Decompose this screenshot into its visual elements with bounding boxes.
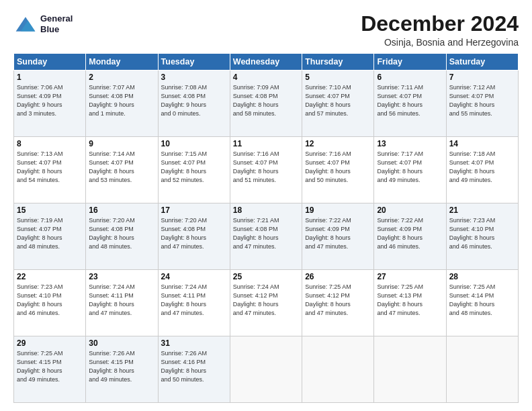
day-number: 26 [305,272,371,281]
day-number: 23 [89,272,154,281]
calendar-cell: 30Sunrise: 7:26 AM Sunset: 4:15 PM Dayli… [86,336,158,403]
day-number: 8 [17,139,83,148]
day-number: 28 [449,272,515,281]
calendar-subtitle: Osinja, Bosnia and Herzegovina [361,37,519,48]
calendar-cell: 27Sunrise: 7:25 AM Sunset: 4:13 PM Dayli… [374,270,446,336]
day-info: Sunrise: 7:25 AM Sunset: 4:15 PM Dayligh… [17,349,83,384]
calendar-cell: 28Sunrise: 7:25 AM Sunset: 4:14 PM Dayli… [446,270,518,336]
day-number: 2 [89,73,154,82]
day-info: Sunrise: 7:13 AM Sunset: 4:07 PM Dayligh… [17,150,83,185]
calendar-cell: 5Sunrise: 7:10 AM Sunset: 4:07 PM Daylig… [302,71,374,137]
day-number: 24 [161,272,227,281]
header-day-tuesday: Tuesday [158,54,230,71]
day-info: Sunrise: 7:12 AM Sunset: 4:07 PM Dayligh… [449,83,515,118]
calendar-cell: 1Sunrise: 7:06 AM Sunset: 4:09 PM Daylig… [14,71,86,137]
calendar-cell: 6Sunrise: 7:11 AM Sunset: 4:07 PM Daylig… [374,71,446,137]
day-info: Sunrise: 7:24 AM Sunset: 4:11 PM Dayligh… [89,283,154,318]
day-number: 6 [377,73,443,82]
calendar-cell: 23Sunrise: 7:24 AM Sunset: 4:11 PM Dayli… [86,270,158,336]
calendar-cell: 31Sunrise: 7:26 AM Sunset: 4:16 PM Dayli… [158,336,230,403]
day-number: 4 [233,73,299,82]
calendar-cell: 15Sunrise: 7:19 AM Sunset: 4:07 PM Dayli… [14,203,86,270]
day-number: 5 [305,73,371,82]
day-info: Sunrise: 7:23 AM Sunset: 4:10 PM Dayligh… [17,283,83,318]
day-info: Sunrise: 7:25 AM Sunset: 4:13 PM Dayligh… [377,283,443,318]
week-row-5: 29Sunrise: 7:25 AM Sunset: 4:15 PM Dayli… [14,336,519,403]
calendar-table: SundayMondayTuesdayWednesdayThursdayFrid… [13,53,519,403]
calendar-cell: 26Sunrise: 7:25 AM Sunset: 4:12 PM Dayli… [302,270,374,336]
calendar-cell: 21Sunrise: 7:23 AM Sunset: 4:10 PM Dayli… [446,203,518,270]
calendar-cell: 9Sunrise: 7:14 AM Sunset: 4:07 PM Daylig… [86,137,158,203]
calendar-cell: 10Sunrise: 7:15 AM Sunset: 4:07 PM Dayli… [158,137,230,203]
day-info: Sunrise: 7:16 AM Sunset: 4:07 PM Dayligh… [305,150,371,185]
calendar-cell: 4Sunrise: 7:09 AM Sunset: 4:08 PM Daylig… [230,71,302,137]
day-number: 12 [305,139,371,148]
week-row-1: 1Sunrise: 7:06 AM Sunset: 4:09 PM Daylig… [14,71,519,137]
calendar-cell: 17Sunrise: 7:20 AM Sunset: 4:08 PM Dayli… [158,203,230,270]
day-info: Sunrise: 7:10 AM Sunset: 4:07 PM Dayligh… [305,83,371,118]
calendar-cell: 20Sunrise: 7:22 AM Sunset: 4:09 PM Dayli… [374,203,446,270]
day-number: 27 [377,272,443,281]
day-number: 15 [17,205,83,215]
day-info: Sunrise: 7:22 AM Sunset: 4:09 PM Dayligh… [305,216,371,251]
header-day-wednesday: Wednesday [230,54,302,71]
day-number: 3 [161,73,227,82]
calendar-cell: 19Sunrise: 7:22 AM Sunset: 4:09 PM Dayli… [302,203,374,270]
calendar-cell: 11Sunrise: 7:16 AM Sunset: 4:07 PM Dayli… [230,137,302,203]
day-info: Sunrise: 7:25 AM Sunset: 4:12 PM Dayligh… [305,283,371,318]
calendar-cell: 13Sunrise: 7:17 AM Sunset: 4:07 PM Dayli… [374,137,446,203]
calendar-cell: 24Sunrise: 7:24 AM Sunset: 4:11 PM Dayli… [158,270,230,336]
calendar-cell: 14Sunrise: 7:18 AM Sunset: 4:07 PM Dayli… [446,137,518,203]
week-row-4: 22Sunrise: 7:23 AM Sunset: 4:10 PM Dayli… [14,270,519,336]
calendar-body: 1Sunrise: 7:06 AM Sunset: 4:09 PM Daylig… [14,71,519,403]
header: General Blue December 2024 Osinja, Bosni… [13,12,519,48]
calendar-cell: 8Sunrise: 7:13 AM Sunset: 4:07 PM Daylig… [14,137,86,203]
day-number: 1 [17,73,83,82]
calendar-cell: 12Sunrise: 7:16 AM Sunset: 4:07 PM Dayli… [302,137,374,203]
calendar-cell [446,336,518,403]
day-info: Sunrise: 7:23 AM Sunset: 4:10 PM Dayligh… [449,216,515,251]
day-info: Sunrise: 7:24 AM Sunset: 4:11 PM Dayligh… [161,283,227,318]
day-info: Sunrise: 7:07 AM Sunset: 4:08 PM Dayligh… [89,83,154,118]
logo: General Blue [13,12,73,36]
day-number: 10 [161,139,227,148]
day-number: 11 [233,139,299,148]
day-info: Sunrise: 7:24 AM Sunset: 4:12 PM Dayligh… [233,283,299,318]
logo-text: General Blue [40,13,73,34]
day-info: Sunrise: 7:20 AM Sunset: 4:08 PM Dayligh… [161,216,227,251]
day-info: Sunrise: 7:08 AM Sunset: 4:08 PM Dayligh… [161,83,227,118]
day-info: Sunrise: 7:06 AM Sunset: 4:09 PM Dayligh… [17,83,83,118]
day-number: 29 [17,338,83,348]
calendar-cell [374,336,446,403]
day-info: Sunrise: 7:22 AM Sunset: 4:09 PM Dayligh… [377,216,443,251]
header-day-thursday: Thursday [302,54,374,71]
header-day-friday: Friday [374,54,446,71]
calendar-cell: 2Sunrise: 7:07 AM Sunset: 4:08 PM Daylig… [86,71,158,137]
day-number: 20 [377,205,443,215]
calendar-cell [302,336,374,403]
day-info: Sunrise: 7:15 AM Sunset: 4:07 PM Dayligh… [161,150,227,185]
day-info: Sunrise: 7:26 AM Sunset: 4:15 PM Dayligh… [89,349,154,384]
day-info: Sunrise: 7:21 AM Sunset: 4:08 PM Dayligh… [233,216,299,251]
logo-icon [13,12,38,36]
calendar-cell: 25Sunrise: 7:24 AM Sunset: 4:12 PM Dayli… [230,270,302,336]
day-info: Sunrise: 7:19 AM Sunset: 4:07 PM Dayligh… [17,216,83,251]
day-info: Sunrise: 7:26 AM Sunset: 4:16 PM Dayligh… [161,349,227,384]
day-number: 14 [449,139,515,148]
day-number: 7 [449,73,515,82]
day-info: Sunrise: 7:16 AM Sunset: 4:07 PM Dayligh… [233,150,299,185]
calendar-cell: 18Sunrise: 7:21 AM Sunset: 4:08 PM Dayli… [230,203,302,270]
week-row-2: 8Sunrise: 7:13 AM Sunset: 4:07 PM Daylig… [14,137,519,203]
calendar-cell: 16Sunrise: 7:20 AM Sunset: 4:08 PM Dayli… [86,203,158,270]
day-number: 19 [305,205,371,215]
day-info: Sunrise: 7:14 AM Sunset: 4:07 PM Dayligh… [89,150,154,185]
title-block: December 2024 Osinja, Bosnia and Herzego… [361,12,519,48]
day-info: Sunrise: 7:25 AM Sunset: 4:14 PM Dayligh… [449,283,515,318]
day-info: Sunrise: 7:17 AM Sunset: 4:07 PM Dayligh… [377,150,443,185]
day-info: Sunrise: 7:11 AM Sunset: 4:07 PM Dayligh… [377,83,443,118]
calendar-header-row: SundayMondayTuesdayWednesdayThursdayFrid… [14,54,519,71]
day-number: 18 [233,205,299,215]
calendar-cell [230,336,302,403]
day-number: 13 [377,139,443,148]
day-number: 30 [89,338,154,348]
